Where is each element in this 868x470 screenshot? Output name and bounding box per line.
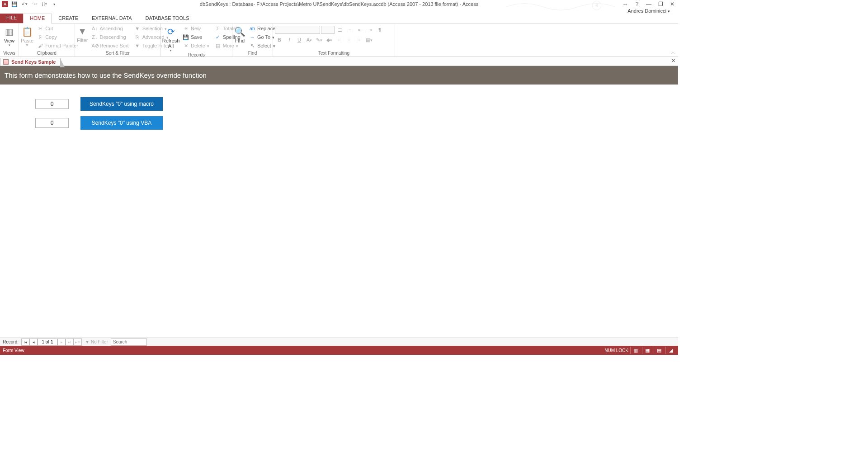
goto-icon: → <box>249 34 255 40</box>
paste-icon: 📋 <box>22 26 33 37</box>
cut-button[interactable]: ✂Cut <box>35 24 80 33</box>
descending-button[interactable]: Z↓Descending <box>90 33 130 41</box>
redo-qat-icon[interactable]: ↷▾ <box>31 0 38 8</box>
undo-qat-icon[interactable]: ↶▾ <box>21 0 28 8</box>
value-1-input[interactable] <box>35 99 69 109</box>
record-position-input[interactable] <box>38 338 57 346</box>
qat-more-icon[interactable]: ▾ <box>51 0 58 8</box>
status-bar: Form View NUM LOCK ▥ ▦ ▤ ◢ <box>0 346 678 355</box>
collapse-ribbon-icon[interactable]: ︿ <box>671 49 675 56</box>
record-search-input[interactable] <box>111 338 147 346</box>
view-button[interactable]: ▥ View ▾ <box>2 24 17 47</box>
sigma-icon: Σ <box>215 26 221 31</box>
clipboard-group-label: Clipboard <box>21 51 73 56</box>
customize-qat-icon[interactable]: ⁞⁞▾ <box>41 0 48 8</box>
replace-icon: ab <box>249 26 255 31</box>
font-name-input[interactable] <box>275 26 320 34</box>
record-navigator: Record: I◂ ◂ ▸ ▸I ▸✳ ▼No Filter <box>0 338 678 346</box>
italic-icon[interactable]: I <box>285 36 294 44</box>
doctab-send-keys-sample[interactable]: Send Keys Sample <box>0 58 61 66</box>
save-record-button[interactable]: 💾Save <box>181 33 211 41</box>
status-left: Form View <box>3 348 24 353</box>
find-button[interactable]: 🔍 Find <box>234 24 245 43</box>
paragraph-icon[interactable]: ¶ <box>375 26 384 34</box>
remove-sort-button[interactable]: A⊘Remove Sort <box>90 42 130 50</box>
design-view-icon[interactable]: ◢ <box>665 347 675 354</box>
save-icon: 💾 <box>183 34 189 40</box>
new-record-nav-icon[interactable]: ▸✳ <box>74 338 82 346</box>
filter-icon: ▼ <box>78 26 87 37</box>
touch-mode-icon[interactable]: ↔ <box>621 0 629 8</box>
find-group-label: Find <box>234 51 271 56</box>
doctab-label: Send Keys Sample <box>11 59 56 65</box>
brush-icon: 🖌 <box>37 43 43 48</box>
numbering-icon[interactable]: ≡ <box>345 26 354 34</box>
numlock-indicator: NUM LOCK <box>604 348 628 353</box>
spelling-icon: ✓ <box>215 34 221 40</box>
layout-view-icon[interactable]: ▤ <box>654 347 664 354</box>
views-group-label: Views <box>2 51 17 56</box>
sendkeys-macro-button[interactable]: SendKeys "0" using macro <box>80 97 163 111</box>
select-icon: ↖ <box>249 43 255 49</box>
align-left-icon[interactable]: ≡ <box>335 36 344 44</box>
close-icon[interactable]: ✕ <box>668 0 676 8</box>
sendkeys-vba-button[interactable]: SendKeys "0" using VBA <box>80 116 163 130</box>
sortfilter-group-label: Sort & Filter <box>77 51 159 56</box>
filter-small-icon: ▼ <box>85 339 90 344</box>
filter-button[interactable]: ▼ Filter <box>77 24 88 43</box>
filter-indicator[interactable]: ▼No Filter <box>82 338 111 346</box>
new-icon: ✳ <box>183 26 189 32</box>
copy-button[interactable]: ⎘Copy <box>35 33 80 41</box>
form-header: This form demonstrates how to use the Se… <box>0 66 678 85</box>
font-color-icon[interactable]: A▾ <box>305 36 314 44</box>
tab-external-data[interactable]: EXTERNAL DATA <box>85 14 138 23</box>
tab-database-tools[interactable]: DATABASE TOOLS <box>138 14 196 23</box>
indent-dec-icon[interactable]: ⇤ <box>355 26 364 34</box>
user-account[interactable]: Andres Dominicci ▾ <box>0 8 678 14</box>
indent-inc-icon[interactable]: ⇥ <box>365 26 374 34</box>
document-tabs: Send Keys Sample ✕ <box>0 57 678 66</box>
bullets-icon[interactable]: ☰ <box>335 26 344 34</box>
new-record-button[interactable]: ✳New <box>181 24 211 33</box>
next-record-icon[interactable]: ▸ <box>57 338 66 346</box>
help-icon[interactable]: ? <box>633 0 641 8</box>
fill-color-icon[interactable]: ◆▾ <box>325 36 334 44</box>
gridlines-icon[interactable]: ▦▾ <box>364 36 373 44</box>
scissors-icon: ✂ <box>37 26 43 32</box>
bold-icon[interactable]: B <box>275 36 284 44</box>
selection-icon: ▼ <box>134 26 141 31</box>
tab-file[interactable]: FILE <box>0 14 23 23</box>
align-right-icon[interactable]: ≡ <box>354 36 363 44</box>
form-view-icon[interactable]: ▥ <box>630 347 640 354</box>
delete-record-button[interactable]: ✕Delete▾ <box>181 42 211 50</box>
value-2-input[interactable] <box>35 118 69 128</box>
last-record-icon[interactable]: ▸I <box>66 338 74 346</box>
form-body: SendKeys "0" using macro SendKeys "0" us… <box>0 85 678 338</box>
sort-desc-icon: Z↓ <box>91 34 98 40</box>
close-doctab-icon[interactable]: ✕ <box>671 58 675 64</box>
font-size-input[interactable] <box>321 26 335 34</box>
datasheet-view-icon[interactable]: ▦ <box>642 347 652 354</box>
ascending-button[interactable]: A↓Ascending <box>90 24 130 33</box>
save-qat-icon[interactable]: 💾 <box>11 0 18 8</box>
minimize-icon[interactable]: — <box>645 0 653 8</box>
tab-create[interactable]: CREATE <box>52 14 85 23</box>
tab-home[interactable]: HOME <box>23 14 52 24</box>
record-label: Record: <box>0 339 21 344</box>
refresh-icon: ⟳ <box>167 26 175 37</box>
remove-sort-icon: A⊘ <box>91 43 98 49</box>
textfmt-group-label: Text Formatting <box>275 51 393 56</box>
restore-icon[interactable]: ❐ <box>656 0 665 8</box>
ribbon-tabs: FILE HOME CREATE EXTERNAL DATA DATABASE … <box>0 14 678 24</box>
title-bar: A 💾 ↶▾ ↷▾ ⁞⁞▾ ▾ dbSendKeys : Database- F… <box>0 0 678 8</box>
first-record-icon[interactable]: I◂ <box>21 338 29 346</box>
prev-record-icon[interactable]: ◂ <box>29 338 38 346</box>
underline-icon[interactable]: U <box>295 36 304 44</box>
paste-button[interactable]: 📋 Paste ▾ <box>21 24 33 47</box>
delete-icon: ✕ <box>183 43 189 49</box>
format-painter-button[interactable]: 🖌Format Painter <box>35 42 80 50</box>
align-center-icon[interactable]: ≡ <box>344 36 354 44</box>
binoculars-icon: 🔍 <box>234 26 245 37</box>
highlight-icon[interactable]: ✎▾ <box>315 36 324 44</box>
refresh-all-button[interactable]: ⟳ Refresh All ▾ <box>163 24 179 52</box>
